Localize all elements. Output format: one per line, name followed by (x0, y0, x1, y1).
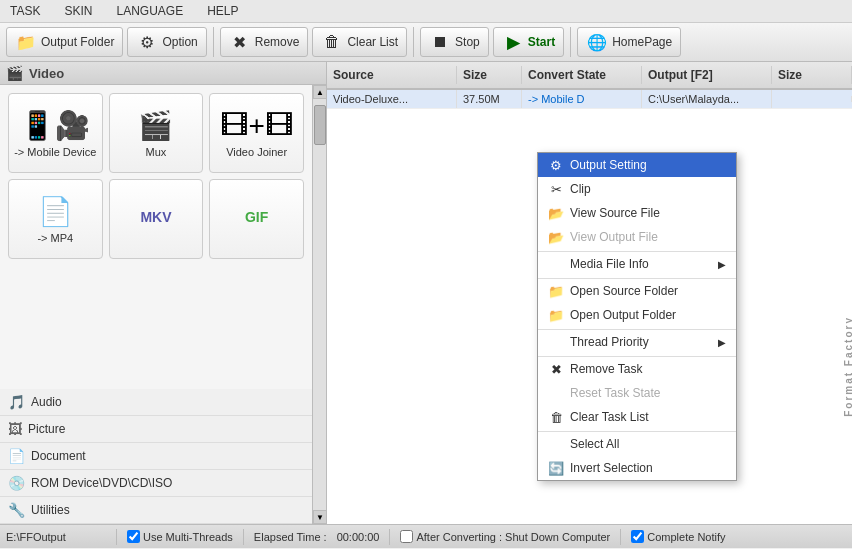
category-picture[interactable]: 🖼 Picture (0, 416, 312, 443)
menu-help[interactable]: HELP (201, 2, 244, 20)
cm-output-setting[interactable]: ⚙ Output Setting (538, 153, 736, 177)
utilities-icon: 🔧 (8, 502, 25, 518)
rom-label: ROM Device\DVD\CD\ISO (31, 476, 172, 490)
homepage-button[interactable]: 🌐 HomePage (577, 27, 681, 57)
clip-icon: ✂ (548, 181, 564, 197)
menubar: TASK SKIN LANGUAGE HELP (0, 0, 852, 23)
shutdown-checkbox-group: After Converting : Shut Down Computer (400, 530, 610, 543)
utilities-label: Utilities (31, 503, 70, 517)
cm-clip-label: Clip (570, 182, 591, 196)
multithreads-checkbox[interactable] (127, 530, 140, 543)
toolbar: 📁 Output Folder ⚙ Option ✖ Remove 🗑 Clea… (0, 23, 852, 62)
category-rom[interactable]: 💿 ROM Device\DVD\CD\ISO (0, 470, 312, 497)
cm-remove-task[interactable]: ✖ Remove Task (538, 356, 736, 381)
cm-clip[interactable]: ✂ Clip (538, 177, 736, 201)
output-setting-icon: ⚙ (548, 157, 564, 173)
cm-view-source-label: View Source File (570, 206, 660, 220)
media-info-icon (548, 256, 564, 272)
view-source-icon: 📂 (548, 205, 564, 221)
remove-icon: ✖ (229, 31, 251, 53)
clear-task-icon: 🗑 (548, 409, 564, 425)
cm-invert-selection[interactable]: 🔄 Invert Selection (538, 456, 736, 480)
cm-media-info[interactable]: Media File Info ▶ (538, 251, 736, 276)
left-main: 📱🎥 -> Mobile Device 🎬 Mux 🎞+🎞 Video Join… (0, 85, 312, 524)
cm-select-all-label: Select All (570, 437, 619, 451)
scroll-up-button[interactable]: ▲ (313, 85, 326, 99)
remove-button[interactable]: ✖ Remove (220, 27, 309, 57)
option-label: Option (162, 35, 197, 49)
cm-media-info-label: Media File Info (570, 257, 649, 271)
cm-output-setting-label: Output Setting (570, 158, 647, 172)
left-scrollbar[interactable]: ▲ ▼ (312, 85, 326, 524)
cm-clear-task-list-label: Clear Task List (570, 410, 648, 424)
grid-area: 📱🎥 -> Mobile Device 🎬 Mux 🎞+🎞 Video Join… (0, 85, 312, 389)
clear-list-button[interactable]: 🗑 Clear List (312, 27, 407, 57)
cm-reset-task-label: Reset Task State (570, 386, 661, 400)
td-output: C:\User\Malayda... (642, 90, 772, 108)
gif-icon: GIF (245, 209, 268, 225)
select-all-icon (548, 436, 564, 452)
grid-cell-mkv[interactable]: MKV (109, 179, 204, 259)
table-row[interactable]: Video-Deluxe... 37.50M -> Mobile D C:\Us… (327, 90, 852, 109)
th-size2: Size (772, 66, 852, 84)
categories: 🎵 Audio 🖼 Picture 📄 Document 💿 ROM Devic… (0, 389, 312, 524)
menu-task[interactable]: TASK (4, 2, 46, 20)
left-panel: 🎬 Video 📱🎥 -> Mobile Device 🎬 Mux 🎞+🎞 (0, 62, 327, 524)
output-folder-button[interactable]: 📁 Output Folder (6, 27, 123, 57)
menu-language[interactable]: LANGUAGE (110, 2, 189, 20)
video-joiner-icon: 🎞+🎞 (220, 109, 292, 142)
grid-cell-mp4[interactable]: 📄 -> MP4 (8, 179, 103, 259)
table-header: Source Size Convert State Output [F2] Si… (327, 62, 852, 90)
category-utilities[interactable]: 🔧 Utilities (0, 497, 312, 524)
grid-cell-mobile[interactable]: 📱🎥 -> Mobile Device (8, 93, 103, 173)
th-source: Source (327, 66, 457, 84)
clear-list-icon: 🗑 (321, 31, 343, 53)
category-document[interactable]: 📄 Document (0, 443, 312, 470)
thread-priority-icon (548, 334, 564, 350)
output-path: E:\FFOutput (6, 531, 106, 543)
grid-cell-gif[interactable]: GIF (209, 179, 304, 259)
cm-clear-task-list[interactable]: 🗑 Clear Task List (538, 405, 736, 429)
rom-icon: 💿 (8, 475, 25, 491)
cm-open-source-folder-label: Open Source Folder (570, 284, 678, 298)
folder-icon: 📁 (15, 31, 37, 53)
cm-view-output-label: View Output File (570, 230, 658, 244)
cm-thread-priority[interactable]: Thread Priority ▶ (538, 329, 736, 354)
right-panel: Source Size Convert State Output [F2] Si… (327, 62, 852, 524)
td-state: -> Mobile D (522, 90, 642, 108)
cm-open-output-folder[interactable]: 📁 Open Output Folder (538, 303, 736, 327)
scroll-down-button[interactable]: ▼ (313, 510, 326, 524)
td-size2 (772, 96, 852, 102)
start-label: Start (528, 35, 555, 49)
open-source-folder-icon: 📁 (548, 283, 564, 299)
mux-icon: 🎬 (138, 109, 173, 142)
document-icon: 📄 (8, 448, 25, 464)
media-info-arrow: ▶ (718, 259, 726, 270)
notify-checkbox[interactable] (631, 530, 644, 543)
cm-select-all[interactable]: Select All (538, 431, 736, 456)
notify-checkbox-group: Complete Notify (631, 530, 725, 543)
option-icon: ⚙ (136, 31, 158, 53)
video-icon: 🎬 (6, 65, 23, 81)
grid-cell-joiner[interactable]: 🎞+🎞 Video Joiner (209, 93, 304, 173)
multithreads-checkbox-group: Use Multi-Threads (127, 530, 233, 543)
cm-view-source[interactable]: 📂 View Source File (538, 201, 736, 225)
homepage-label: HomePage (612, 35, 672, 49)
td-source: Video-Deluxe... (327, 90, 457, 108)
statusbar: E:\FFOutput Use Multi-Threads Elapsed Ti… (0, 524, 852, 548)
stop-button[interactable]: ⏹ Stop (420, 27, 489, 57)
context-menu: ⚙ Output Setting ✂ Clip 📂 View Source Fi… (537, 152, 737, 481)
grid-cell-mux[interactable]: 🎬 Mux (109, 93, 204, 173)
category-audio[interactable]: 🎵 Audio (0, 389, 312, 416)
option-button[interactable]: ⚙ Option (127, 27, 206, 57)
shutdown-checkbox[interactable] (400, 530, 413, 543)
audio-icon: 🎵 (8, 394, 25, 410)
th-output: Output [F2] (642, 66, 772, 84)
status-sep-1 (116, 529, 117, 545)
start-button[interactable]: ▶ Start (493, 27, 564, 57)
cm-open-source-folder[interactable]: 📁 Open Source Folder (538, 278, 736, 303)
cm-invert-selection-label: Invert Selection (570, 461, 653, 475)
notify-label: Complete Notify (647, 531, 725, 543)
scroll-thumb[interactable] (314, 105, 326, 145)
menu-skin[interactable]: SKIN (58, 2, 98, 20)
